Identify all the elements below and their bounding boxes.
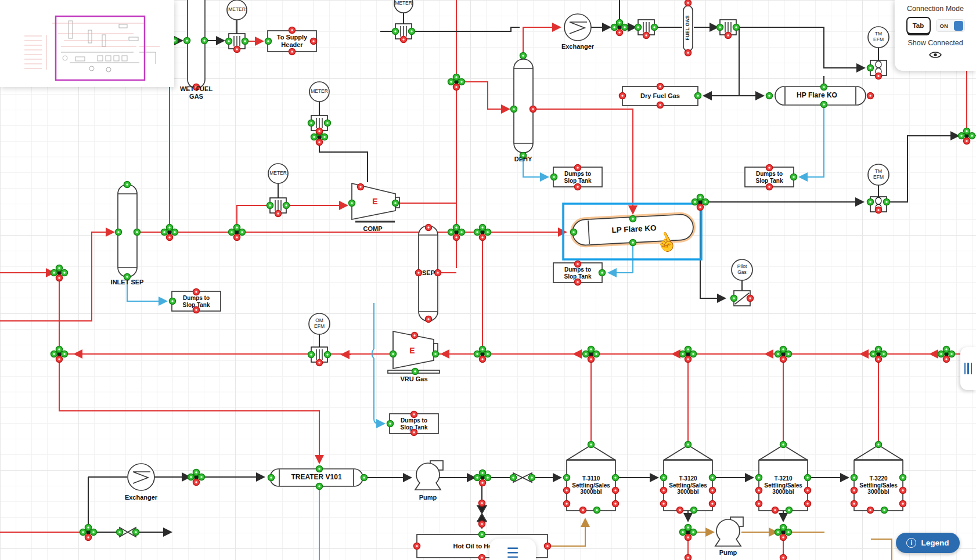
dumps-label-5: Dumps toSlop Tank (400, 417, 427, 431)
pump-label-1: Pump (419, 494, 437, 501)
to-supply-header-label: To SupplyHeader (277, 34, 307, 48)
minimap-content (0, 0, 174, 87)
vru-gas-label: VRU Gas (400, 375, 427, 383)
info-icon: i (906, 538, 916, 548)
exchanger-top (564, 14, 591, 41)
valve-2 (477, 505, 487, 522)
meter-label-3: METER (269, 171, 287, 176)
eye-icon[interactable] (928, 50, 942, 62)
dry-fuel-gas-label: Dry Fuel Gas (640, 92, 680, 100)
dumps-label-4: Dumps toSlop Tank (182, 295, 210, 308)
tm-efm-label-1: TMEFM (873, 31, 884, 43)
tank-label-2: T-3120Settling/Sales3000bbl (669, 475, 707, 496)
exchanger-top-label: Exchanger (561, 43, 594, 50)
dumps-label-1: Dumps toSlop Tank (564, 171, 591, 184)
sep-label: SEP (422, 269, 435, 277)
meter-label-1: METER (228, 7, 246, 13)
legend-button-label: Legend (921, 539, 949, 547)
tank-label-1: T-3110Settling/Sales3000bbl (572, 475, 610, 496)
show-connected-label: Show Connected (907, 39, 963, 47)
pilot-gas-label: PilotGas (737, 264, 747, 276)
vru-e-symbol: E (409, 346, 415, 355)
dumps-label-3: Dumps toSlop Tank (564, 266, 591, 280)
hp-flare-ko-label: HP Flare KO (797, 92, 837, 100)
pump-2 (715, 517, 743, 546)
exchanger-bottom (128, 464, 154, 490)
diagram-canvas[interactable]: METER METER METER METER TMEFM TMEFM OMEF… (0, 0, 976, 560)
connection-mode-toggle[interactable]: ON (936, 19, 965, 32)
pipes-blue (127, 108, 824, 560)
tab-key-button[interactable]: Tab (906, 17, 931, 34)
dehy-label: DEHY (514, 156, 532, 163)
comp-e-symbol: E (372, 197, 377, 206)
toggle-knob[interactable] (954, 21, 963, 31)
tank-label-4: T-3220Settling/Sales3000bbl (859, 475, 898, 496)
dehy-vessel (514, 59, 533, 153)
connection-mode-title: Connection Mode (907, 5, 964, 13)
inlet-sep-label: INLET SEP (111, 279, 144, 286)
pump-label-2: Pump (719, 549, 737, 557)
menu-button[interactable]: ☰ (489, 539, 536, 560)
meter-label-2: METER (311, 89, 328, 95)
dumps-label-2: Dumps toSlop Tank (755, 171, 783, 184)
comp-label: COMP (363, 225, 383, 233)
fuel-gas-vessel-label: FUEL GAS (685, 16, 691, 41)
drag-bars-icon (964, 363, 966, 374)
connection-mode-panel: Connection Mode Tab ON Show Connected (895, 0, 976, 71)
exchanger-bottom-label: Exchanger (125, 494, 157, 501)
equipment-shapes[interactable] (118, 0, 903, 558)
side-panel-handle[interactable] (960, 347, 976, 390)
treater-label: TREATER V101 (291, 474, 341, 482)
minimap[interactable] (0, 0, 174, 87)
wet-fuel-gas-label: WET FUELGAS (180, 85, 213, 100)
legend-button[interactable]: i Legend (896, 533, 960, 553)
wet-fuel-gas-vessel (188, 0, 205, 88)
toggle-on-label: ON (940, 23, 948, 29)
menu-icon: ☰ (506, 545, 519, 560)
meter-label-4: METER (395, 1, 412, 6)
tank-label-3: T-3210Settling/Sales3000bbl (764, 475, 802, 496)
pump-1 (415, 461, 443, 490)
tm-efm-label-2: TMEFM (873, 169, 884, 180)
om-efm-label: OMEFM (314, 318, 325, 330)
minimap-viewport (56, 16, 145, 80)
